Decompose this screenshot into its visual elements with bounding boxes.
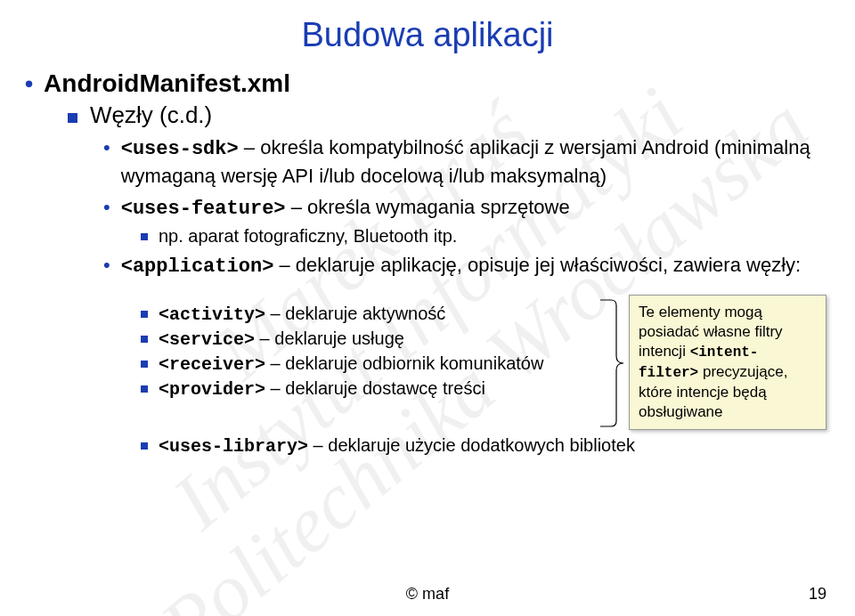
text-uses-library: – deklaruje użycie dodatkowych bibliotek: [308, 435, 635, 455]
bullet-dot-icon: •: [25, 72, 33, 95]
tag-application: <application>: [121, 255, 274, 278]
text-service: – deklaruje usługę: [255, 328, 404, 348]
footer-copyright: © maf: [0, 585, 855, 604]
bullet-square-small-icon: [141, 385, 148, 393]
tag-provider: <provider>: [159, 379, 265, 400]
tag-activity: <activity>: [159, 304, 265, 325]
text-uses-feature: – określa wymagania sprzętowe: [286, 196, 570, 218]
application-children-cluster: <activity> – deklaruje aktywność <servic…: [25, 304, 830, 457]
heading1-text: AndroidManifest.xml: [44, 69, 290, 98]
callout-box: Te elementy mogą posiadać własne filtry …: [629, 295, 826, 430]
text-provider: – deklaruje dostawcę treści: [265, 378, 485, 398]
tag-service: <service>: [159, 329, 255, 350]
heading2-text: Węzły (c.d.): [90, 101, 212, 129]
bullet-dot-icon: •: [103, 194, 110, 221]
tag-receiver: <receiver>: [159, 354, 265, 375]
bullet-square-small-icon: [141, 442, 148, 450]
item-application: • <application> – deklaruje aplikację, o…: [103, 252, 830, 280]
bullet-square-small-icon: [141, 336, 148, 343]
slide-title: Budowa aplikacji: [0, 16, 855, 54]
bullet-square-small-icon: [141, 311, 148, 318]
bullet-dot-icon: •: [103, 252, 110, 279]
item-uses-feature: • <uses-feature> – określa wymagania spr…: [103, 194, 830, 223]
bullet-square-small-icon: [141, 233, 148, 240]
tag-uses-library: <uses-library>: [159, 436, 308, 457]
bullet-square-icon: [68, 113, 77, 123]
slide-content: • AndroidManifest.xml Węzły (c.d.) • <us…: [25, 69, 830, 457]
heading-wezly: Węzły (c.d.): [68, 101, 830, 129]
heading-androidmanifest: • AndroidManifest.xml: [25, 69, 830, 98]
item-uses-sdk: • <uses-sdk> – określa kompatybilność ap…: [103, 134, 830, 189]
bullet-square-small-icon: [141, 361, 148, 368]
text-application: – deklaruje aplikację, opisuje jej właśc…: [273, 254, 801, 276]
tag-uses-sdk: <uses-sdk>: [121, 138, 239, 160]
text-uses-feature-example: np. aparat fotograficzny, Bluetooth itp.: [159, 226, 457, 247]
page-number: 19: [809, 585, 826, 604]
item-uses-feature-example: np. aparat fotograficzny, Bluetooth itp.: [141, 226, 830, 247]
item-uses-library: <uses-library> – deklaruje użycie dodatk…: [141, 435, 830, 457]
bracket-icon: [598, 298, 625, 428]
text-activity: – deklaruje aktywność: [265, 304, 445, 323]
tag-uses-feature: <uses-feature>: [121, 198, 286, 220]
text-receiver: – deklaruje odbiornik komunikatów: [265, 353, 543, 373]
bullet-dot-icon: •: [103, 134, 110, 161]
